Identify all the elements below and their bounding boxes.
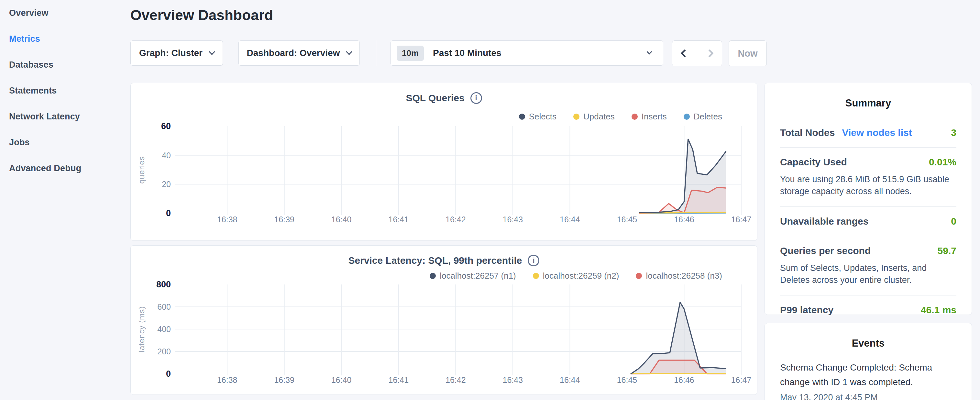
legend-dot-icon: [632, 113, 638, 120]
sidebar-item-jobs[interactable]: Jobs: [0, 129, 130, 155]
summary-label: Queries per second: [780, 245, 871, 256]
summary-value: 46.1 ms: [921, 304, 956, 316]
legend-item: localhost:26257 (n1): [430, 271, 516, 281]
legend-dot-icon: [684, 113, 690, 120]
legend-label: Inserts: [641, 112, 667, 122]
svg-text:200: 200: [157, 347, 171, 356]
svg-text:latency (ms): latency (ms): [137, 306, 146, 352]
summary-label: P99 latency: [780, 304, 834, 316]
chevron-down-icon: [209, 49, 215, 55]
svg-text:800: 800: [156, 280, 171, 289]
svg-text:16:38: 16:38: [217, 215, 237, 224]
graph-scope-dropdown[interactable]: Graph: Cluster: [130, 40, 223, 66]
summary-label: Capacity Used: [780, 157, 847, 167]
sidebar-item-network-latency[interactable]: Network Latency: [0, 104, 130, 129]
svg-text:0: 0: [166, 369, 171, 379]
now-button[interactable]: Now: [729, 40, 767, 66]
legend-dot-icon: [519, 113, 525, 120]
summary-description: Sum of Selects, Updates, Inserts, and De…: [780, 262, 956, 286]
chevron-down-icon: [647, 49, 652, 55]
page-title: Overview Dashboard: [130, 7, 273, 23]
legend-item: localhost:26259 (n2): [533, 271, 619, 281]
legend-dot-icon: [533, 273, 539, 279]
chart-title: SQL Queries: [406, 92, 464, 104]
svg-text:400: 400: [157, 325, 171, 334]
svg-text:600: 600: [157, 302, 171, 311]
chart-legend: localhost:26257 (n1)localhost:26259 (n2)…: [430, 271, 722, 281]
service-latency-chart-card: 16:3816:3916:4016:4116:4216:4316:4416:45…: [130, 245, 757, 395]
summary-description: You are using 28.6 MiB of 515.9 GiB usab…: [780, 174, 956, 198]
time-pager: [672, 40, 722, 66]
summary-panel: Summary Total Nodes View nodes list 3 Ca…: [765, 83, 972, 315]
legend-item: Selects: [519, 112, 557, 122]
summary-label: Unavailable ranges: [780, 216, 869, 227]
summary-value: 59.7: [938, 245, 956, 256]
time-range-label: Past 10 Minutes: [433, 48, 648, 58]
legend-label: localhost:26258 (n3): [646, 271, 722, 281]
view-nodes-list-link[interactable]: View nodes list: [842, 127, 912, 138]
legend-item: Inserts: [632, 112, 667, 122]
summary-heading: Summary: [765, 83, 972, 109]
sidebar-item-metrics[interactable]: Metrics: [0, 26, 130, 52]
svg-text:16:40: 16:40: [331, 215, 352, 224]
summary-row-unavailable-ranges: Unavailable ranges 0: [780, 207, 956, 236]
events-panel: Events Schema Change Completed: Schema c…: [765, 323, 972, 400]
legend-dot-icon: [636, 273, 642, 279]
svg-text:16:43: 16:43: [503, 215, 523, 224]
svg-text:20: 20: [162, 180, 171, 189]
chart-legend: SelectsUpdatesInsertsDeletes: [519, 112, 722, 122]
info-icon[interactable]: i: [528, 255, 539, 266]
summary-row-total-nodes: Total Nodes View nodes list 3: [780, 118, 956, 148]
legend-label: Deletes: [694, 112, 722, 122]
event-list-item[interactable]: Schema Change Completed: Schema change w…: [780, 360, 956, 400]
svg-text:16:38: 16:38: [217, 375, 237, 384]
svg-text:queries: queries: [137, 156, 146, 184]
info-icon[interactable]: i: [471, 92, 482, 104]
svg-text:16:44: 16:44: [560, 215, 580, 224]
svg-text:16:39: 16:39: [274, 215, 294, 224]
svg-text:16:46: 16:46: [674, 375, 694, 384]
svg-text:16:40: 16:40: [331, 375, 352, 384]
time-next-button[interactable]: [697, 41, 722, 66]
sidebar-item-advanced-debug[interactable]: Advanced Debug: [0, 155, 130, 181]
svg-text:40: 40: [162, 151, 171, 160]
svg-text:16:47: 16:47: [731, 375, 752, 384]
time-range-picker[interactable]: 10m Past 10 Minutes: [390, 40, 663, 66]
sidebar-item-databases[interactable]: Databases: [0, 52, 130, 78]
service-latency-chart[interactable]: 16:3816:3916:4016:4116:4216:4316:4416:45…: [131, 245, 758, 395]
legend-item: Updates: [573, 112, 615, 122]
dashboard-dropdown[interactable]: Dashboard: Overview: [239, 40, 360, 66]
chevron-down-icon: [346, 49, 353, 55]
summary-value: 3: [951, 127, 956, 138]
chart-title: Service Latency: SQL, 99th percentile: [348, 255, 522, 266]
summary-value: 0: [951, 216, 956, 227]
svg-text:60: 60: [161, 121, 171, 131]
controls-divider: [376, 40, 376, 66]
graph-scope-label: Graph: Cluster: [139, 48, 202, 58]
svg-text:16:41: 16:41: [388, 215, 409, 224]
summary-label: Total Nodes: [780, 127, 835, 138]
sidebar-item-statements[interactable]: Statements: [0, 78, 130, 104]
events-heading: Events: [765, 323, 972, 349]
svg-text:16:41: 16:41: [388, 375, 409, 384]
svg-text:16:46: 16:46: [674, 215, 694, 224]
event-message: Schema Change Completed: Schema change w…: [780, 360, 956, 389]
legend-label: Updates: [583, 112, 615, 122]
legend-label: Selects: [529, 112, 557, 122]
legend-dot-icon: [573, 113, 579, 120]
dashboard-label: Dashboard: Overview: [247, 48, 340, 58]
legend-item: Deletes: [684, 112, 722, 122]
svg-text:16:47: 16:47: [731, 215, 752, 224]
legend-label: localhost:26259 (n2): [543, 271, 619, 281]
sql-queries-chart[interactable]: 16:3816:3916:4016:4116:4216:4316:4416:45…: [131, 83, 758, 241]
time-prev-button[interactable]: [672, 41, 697, 66]
legend-dot-icon: [430, 273, 436, 279]
legend-label: localhost:26257 (n1): [440, 271, 516, 281]
svg-text:16:45: 16:45: [617, 375, 637, 384]
svg-text:16:44: 16:44: [560, 375, 580, 384]
legend-item: localhost:26258 (n3): [636, 271, 722, 281]
svg-text:16:43: 16:43: [503, 375, 523, 384]
sql-queries-chart-card: 16:3816:3916:4016:4116:4216:4316:4416:45…: [130, 83, 757, 241]
summary-value: 0.01%: [929, 157, 956, 167]
sidebar-item-overview[interactable]: Overview: [0, 0, 130, 26]
